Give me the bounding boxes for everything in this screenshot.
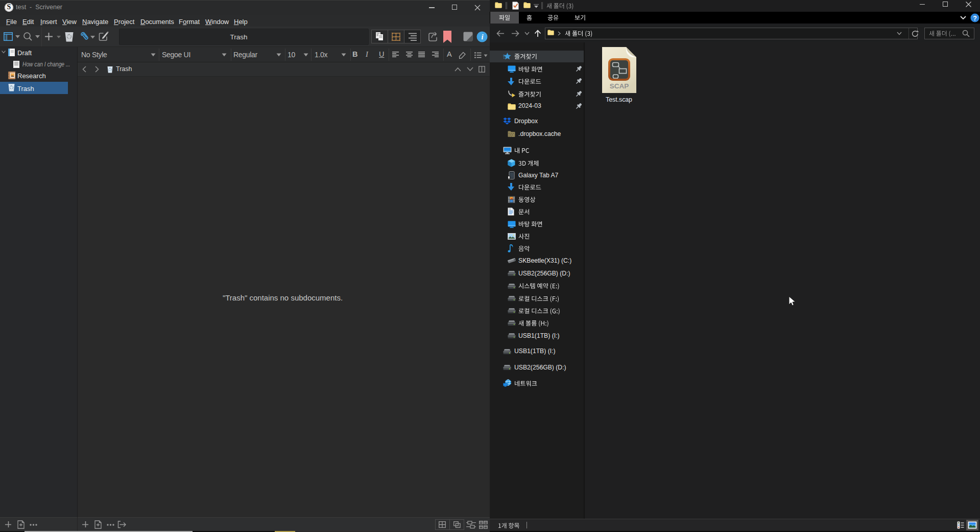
- svg-text:SCAP: SCAP: [610, 82, 629, 90]
- svg-text:?: ?: [973, 15, 977, 22]
- svg-text:i: i: [481, 33, 483, 41]
